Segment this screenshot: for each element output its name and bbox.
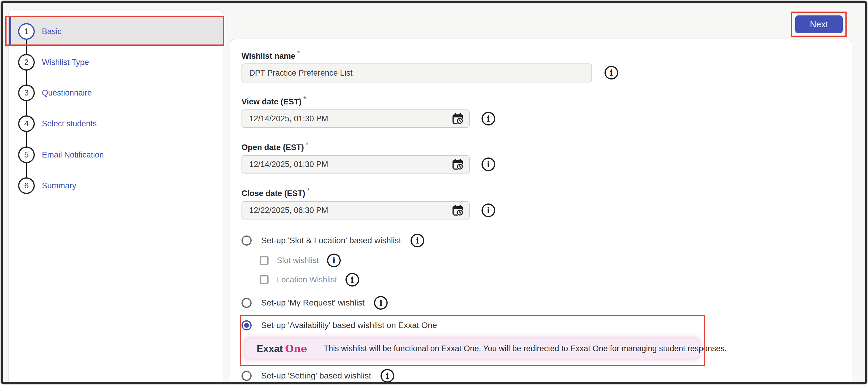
- stepper-item-email-notification[interactable]: 5 Email Notification: [18, 146, 104, 163]
- step-number-badge: 4: [18, 115, 35, 132]
- step-label: Select students: [42, 119, 97, 129]
- required-asterisk: *: [303, 95, 306, 103]
- option-slot-location-label: Set-up 'Slot & Location' based wishlist: [261, 236, 401, 245]
- radio-setting[interactable]: [242, 371, 252, 381]
- location-wishlist-label: Location Wishlist: [277, 275, 337, 284]
- radio-availability-checked[interactable]: [242, 320, 252, 330]
- step-number-badge: 5: [18, 146, 35, 163]
- required-asterisk: *: [307, 186, 310, 195]
- view-date-value: 12/14/2025, 01:30 PM: [249, 114, 328, 124]
- step-number-badge: 1: [18, 23, 35, 40]
- close-date-info-icon[interactable]: i: [482, 204, 495, 217]
- view-date-label-text: View date (EST): [242, 97, 302, 106]
- wishlist-name-info-icon[interactable]: i: [604, 66, 618, 79]
- exxat-logo-text: Exxat: [257, 343, 283, 354]
- step-label: Wishlist Type: [42, 58, 89, 67]
- slot-wishlist-label: Slot wishlist: [277, 256, 319, 265]
- required-asterisk: *: [306, 141, 308, 149]
- calendar-clock-icon[interactable]: [451, 204, 464, 217]
- exxat-one-banner-message: This wishlist will be functional on Exxa…: [324, 344, 727, 353]
- stepper-item-wishlist-type[interactable]: 2 Wishlist Type: [18, 54, 89, 71]
- calendar-clock-icon[interactable]: [451, 158, 464, 171]
- step-number-badge: 2: [18, 54, 35, 71]
- exxat-one-logo: ExxatOne: [257, 343, 307, 354]
- my-request-info-icon[interactable]: i: [374, 296, 388, 310]
- option-location-wishlist[interactable]: Location Wishlist i: [260, 273, 359, 286]
- open-date-info-icon[interactable]: i: [482, 158, 495, 171]
- close-date-label-text: Close date (EST): [242, 189, 305, 198]
- slot-location-info-icon[interactable]: i: [410, 234, 424, 247]
- step-label: Questionnaire: [42, 89, 92, 98]
- setting-info-icon[interactable]: i: [380, 369, 394, 383]
- stepper-item-summary[interactable]: 6 Summary: [18, 177, 76, 194]
- checkbox-slot-wishlist[interactable]: [260, 256, 269, 265]
- step-label: Summary: [42, 181, 76, 190]
- step-label: Email Notification: [42, 150, 104, 160]
- view-date-label: View date (EST)*: [242, 97, 306, 106]
- view-date-info-icon[interactable]: i: [482, 112, 495, 126]
- app-window: 1 Basic 2 Wishlist Type 3 Questionnaire …: [1, 1, 867, 384]
- required-asterisk: *: [297, 49, 300, 57]
- open-date-label-text: Open date (EST): [242, 143, 304, 152]
- wishlist-name-label-text: Wishlist name: [242, 51, 295, 61]
- view-date-input[interactable]: 12/14/2025, 01:30 PM: [242, 109, 470, 128]
- option-slot-wishlist[interactable]: Slot wishlist i: [260, 254, 341, 267]
- checkbox-location-wishlist[interactable]: [260, 275, 269, 284]
- wishlist-name-label: Wishlist name*: [242, 51, 300, 61]
- stepper-item-questionnaire[interactable]: 3 Questionnaire: [18, 84, 92, 101]
- next-button[interactable]: Next: [795, 15, 843, 33]
- location-wishlist-info-icon[interactable]: i: [345, 273, 359, 286]
- option-availability-label: Set-up 'Availability' based wishlist on …: [261, 321, 437, 330]
- stepper-item-select-students[interactable]: 4 Select students: [18, 115, 97, 132]
- open-date-label: Open date (EST)*: [242, 143, 308, 152]
- radio-slot-location[interactable]: [242, 236, 252, 246]
- close-date-value: 12/22/2025, 06:30 PM: [249, 206, 328, 215]
- open-date-value: 12/14/2025, 01:30 PM: [249, 160, 328, 169]
- close-date-label: Close date (EST)*: [242, 189, 310, 198]
- option-slot-location[interactable]: Set-up 'Slot & Location' based wishlist …: [242, 234, 424, 248]
- option-my-request-label: Set-up 'My Request' wishlist: [261, 298, 365, 308]
- wishlist-name-value: DPT Practice Preference List: [249, 69, 352, 78]
- stepper-item-basic[interactable]: 1 Basic: [18, 23, 61, 40]
- option-setting[interactable]: Set-up 'Setting' based wishlist i: [242, 369, 394, 383]
- wishlist-name-input[interactable]: DPT Practice Preference List: [242, 64, 592, 82]
- radio-my-request[interactable]: [242, 298, 252, 308]
- open-date-input[interactable]: 12/14/2025, 01:30 PM: [242, 155, 470, 174]
- active-step-accent-bar: [9, 17, 11, 46]
- slot-wishlist-info-icon[interactable]: i: [327, 254, 341, 267]
- stepper-panel: 1 Basic 2 Wishlist Type 3 Questionnaire …: [8, 9, 223, 384]
- option-availability[interactable]: Set-up 'Availability' based wishlist on …: [242, 318, 437, 332]
- basic-step-form-panel: Wishlist name* DPT Practice Preference L…: [229, 39, 852, 384]
- option-setting-label: Set-up 'Setting' based wishlist: [261, 371, 371, 381]
- calendar-clock-icon[interactable]: [451, 112, 464, 126]
- exxat-one-banner: ExxatOne This wishlist will be functiona…: [245, 338, 699, 359]
- one-logo-text: One: [285, 343, 307, 354]
- step-number-badge: 3: [18, 84, 35, 101]
- option-my-request[interactable]: Set-up 'My Request' wishlist i: [242, 296, 388, 310]
- step-number-badge: 6: [18, 177, 35, 194]
- step-label: Basic: [42, 27, 61, 36]
- close-date-input[interactable]: 12/22/2025, 06:30 PM: [242, 201, 470, 219]
